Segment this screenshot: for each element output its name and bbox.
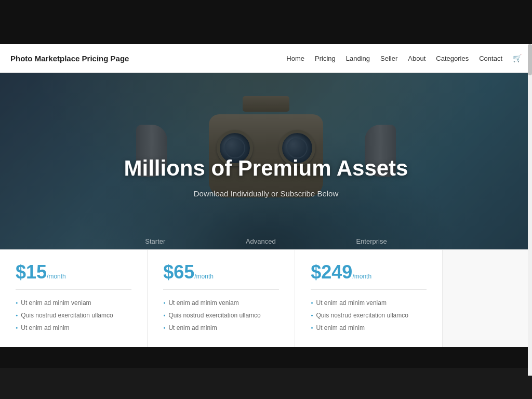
nav-pricing[interactable]: Pricing [315,55,336,62]
price-value-advanced: $65 [163,261,194,283]
pricing-cards: $15/month Ut enim ad minim veniam Quis n… [0,249,532,347]
pricing-card-enterprise: $249/month Ut enim ad minim veniam Quis … [295,250,443,347]
feature-list-advanced: Ut enim ad minim veniam Quis nostrud exe… [163,299,279,331]
scrollbar-thumb[interactable] [528,44,532,75]
price-period-enterprise: /month [352,273,371,280]
plan-labels-row: Starter Advanced Enterprise [105,233,427,249]
price-amount-starter: $15/month [16,261,66,283]
nav-landing[interactable]: Landing [346,55,370,62]
nav-home[interactable]: Home [286,55,304,62]
price-display-enterprise: $249/month [311,263,427,282]
hero-title: Millions of Premium Assets [124,155,408,181]
price-value-enterprise: $249 [311,261,352,283]
nav-categories[interactable]: Categories [436,55,469,62]
feature-starter-2: Quis nostrud exercitation ullamco [16,312,131,319]
bottom-bar [0,347,532,368]
top-bar [0,0,532,44]
navbar: Photo Marketplace Pricing Page Home Pric… [0,44,532,73]
feature-starter-1: Ut enim ad minim veniam [16,299,131,307]
plan-label-advanced: Advanced [230,233,291,249]
scrollbar-track[interactable] [528,44,532,368]
feature-enterprise-1: Ut enim ad minim veniam [311,299,427,307]
price-period-advanced: /month [194,273,214,280]
pricing-card-empty [443,250,532,347]
pricing-card-advanced: $65/month Ut enim ad minim veniam Quis n… [148,250,295,347]
navbar-brand: Photo Marketplace Pricing Page [10,54,129,63]
feature-enterprise-3: Ut enim ad minim [311,324,427,331]
hero-section: Millions of Premium Assets Download Indi… [0,73,532,249]
price-amount-advanced: $65/month [163,261,214,283]
price-period-starter: /month [47,273,66,280]
hero-content: Millions of Premium Assets Download Indi… [124,155,408,197]
feature-list-starter: Ut enim ad minim veniam Quis nostrud exe… [16,299,131,331]
hero-subtitle: Download Individually or Subscribe Below [124,189,408,198]
navbar-nav: Home Pricing Landing Seller About Catego… [286,54,522,63]
price-display-advanced: $65/month [163,263,279,282]
price-amount-enterprise: $249/month [311,261,371,283]
feature-enterprise-2: Quis nostrud exercitation ullamco [311,312,427,319]
price-divider-advanced [163,289,279,290]
nav-seller[interactable]: Seller [380,55,397,62]
feature-list-enterprise: Ut enim ad minim veniam Quis nostrud exe… [311,299,427,331]
cart-icon[interactable]: 🛒 [513,54,522,62]
nav-about[interactable]: About [408,55,425,62]
nav-contact[interactable]: Contact [479,55,502,62]
plan-label-starter: Starter [129,233,181,249]
pricing-section: $15/month Ut enim ad minim veniam Quis n… [0,249,532,347]
plan-label-enterprise: Enterprise [340,233,402,249]
feature-advanced-2: Quis nostrud exercitation ullamco [163,312,279,319]
price-display-starter: $15/month [16,263,131,282]
price-divider-starter [16,289,131,290]
feature-advanced-1: Ut enim ad minim veniam [163,299,279,307]
feature-starter-3: Ut enim ad minim [16,324,131,331]
price-value-starter: $15 [16,261,47,283]
price-divider-enterprise [311,289,427,290]
pricing-card-starter: $15/month Ut enim ad minim veniam Quis n… [0,250,148,347]
feature-advanced-3: Ut enim ad minim [163,324,279,331]
